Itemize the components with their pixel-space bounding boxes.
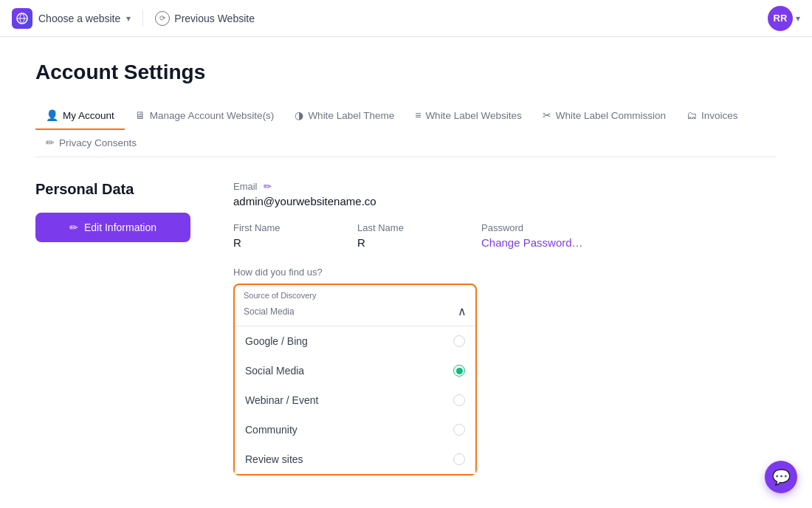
first-name-value: R	[233, 236, 322, 249]
tab-my-account[interactable]: 👤 My Account	[35, 102, 125, 130]
choose-website-button[interactable]: Choose a website ▾	[12, 8, 131, 29]
email-value: admin@yourwebsitename.co	[233, 195, 777, 207]
edit-personal-info-button[interactable]: ✏ Edit Information	[35, 213, 190, 242]
personal-data-title: Personal Data	[35, 181, 198, 198]
invoices-icon: 🗂	[687, 109, 697, 121]
tab-wl-theme-label: White Label Theme	[308, 110, 394, 121]
chat-fab-icon: 💬	[772, 468, 791, 486]
tab-white-label-theme[interactable]: ◑ White Label Theme	[284, 102, 405, 130]
option-review-sites-label: Review sites	[245, 453, 303, 465]
discovery-question: How did you find us?	[233, 267, 777, 278]
choose-website-label: Choose a website	[38, 13, 120, 24]
manage-websites-icon: 🖥	[135, 109, 145, 121]
last-name-field: Last Name R	[357, 222, 446, 249]
tab-privacy-consents[interactable]: ✏ Privacy Consents	[35, 129, 147, 157]
discovery-option-social-media[interactable]: Social Media	[235, 356, 475, 385]
email-edit-icon[interactable]: ✏	[264, 181, 272, 192]
option-google-bing-label: Google / Bing	[245, 335, 308, 347]
discovery-options-list: Google / Bing Social Media Webinar / Eve…	[235, 326, 475, 474]
option-webinar-radio[interactable]	[453, 394, 465, 406]
option-social-media-radio[interactable]	[453, 365, 465, 377]
discovery-option-webinar-event[interactable]: Webinar / Event	[235, 385, 475, 415]
choose-website-chevron: ▾	[126, 13, 131, 24]
tab-wl-websites-label: White Label Websites	[425, 110, 521, 121]
white-label-theme-icon: ◑	[295, 109, 303, 121]
option-webinar-label: Webinar / Event	[245, 394, 318, 406]
tab-white-label-websites[interactable]: ≡ White Label Websites	[405, 102, 532, 130]
previous-website-label: Previous Website	[174, 13, 255, 24]
option-community-radio[interactable]	[453, 424, 465, 436]
discovery-option-google-bing[interactable]: Google / Bing	[235, 326, 475, 356]
tab-manage-label: Manage Account Website(s)	[150, 110, 275, 121]
discovery-chevron-up: ∧	[458, 304, 467, 318]
page-content: Account Settings 👤 My Account 🖥 Manage A…	[0, 37, 812, 508]
option-google-bing-radio[interactable]	[453, 335, 465, 347]
option-community-label: Community	[245, 424, 297, 436]
first-name-label: First Name	[233, 222, 322, 233]
white-label-commission-icon: ✂	[543, 109, 551, 121]
top-nav: Choose a website ▾ ⟳ Previous Website RR…	[0, 0, 812, 37]
tab-my-account-label: My Account	[63, 110, 114, 121]
privacy-consents-icon: ✏	[46, 137, 55, 148]
tab-invoices[interactable]: 🗂 Invoices	[676, 102, 749, 130]
last-name-value: R	[357, 236, 446, 249]
personal-data-left: Personal Data ✏ Edit Information	[35, 181, 198, 476]
first-name-field: First Name R	[233, 222, 322, 249]
password-field: Password Change Password…	[481, 222, 583, 249]
website-icon	[12, 8, 32, 29]
nav-divider	[142, 10, 143, 27]
edit-personal-icon: ✏	[69, 222, 78, 233]
discovery-section: How did you find us? Source of Discovery…	[233, 267, 777, 476]
previous-website-icon: ⟳	[155, 11, 170, 26]
personal-data-right: Email ✏ admin@yourwebsitename.co First N…	[233, 181, 777, 476]
last-name-label: Last Name	[357, 222, 446, 233]
tab-manage-account-websites[interactable]: 🖥 Manage Account Website(s)	[125, 102, 285, 130]
white-label-websites-icon: ≡	[415, 109, 421, 121]
account-tabs: 👤 My Account 🖥 Manage Account Website(s)…	[35, 102, 777, 157]
tab-privacy-label: Privacy Consents	[59, 137, 137, 148]
previous-website-button[interactable]: ⟳ Previous Website	[155, 11, 255, 26]
tab-invoices-label: Invoices	[701, 110, 738, 121]
discovery-option-community[interactable]: Community	[235, 415, 475, 444]
option-social-media-radio-inner	[456, 368, 463, 374]
edit-personal-label: Edit Information	[84, 222, 156, 233]
discovery-dropdown-container: Source of Discovery Social Media ∧ Googl…	[233, 284, 477, 476]
discovery-select-label: Source of Discovery	[235, 285, 475, 300]
chat-fab-button[interactable]: 💬	[765, 461, 797, 493]
page-title: Account Settings	[35, 61, 777, 84]
change-password-link[interactable]: Change Password…	[481, 236, 583, 249]
discovery-selected-value: Social Media	[244, 306, 295, 317]
user-avatar[interactable]: RR	[768, 6, 793, 31]
option-review-sites-radio[interactable]	[453, 453, 465, 465]
password-label: Password	[481, 222, 583, 233]
option-social-media-label: Social Media	[245, 365, 304, 377]
tab-white-label-commission[interactable]: ✂ White Label Commission	[532, 102, 676, 130]
email-row: Email ✏	[233, 181, 777, 192]
tab-wl-commission-label: White Label Commission	[556, 110, 666, 121]
personal-data-section: Personal Data ✏ Edit Information Email ✏…	[35, 181, 777, 476]
discovery-option-review-sites[interactable]: Review sites	[235, 444, 475, 474]
name-password-row: First Name R Last Name R Password Change…	[233, 222, 777, 249]
my-account-icon: 👤	[46, 109, 58, 121]
discovery-select-trigger[interactable]: Social Media ∧	[235, 300, 475, 326]
avatar-chevron[interactable]: ▾	[796, 13, 800, 24]
email-label: Email	[233, 181, 258, 192]
